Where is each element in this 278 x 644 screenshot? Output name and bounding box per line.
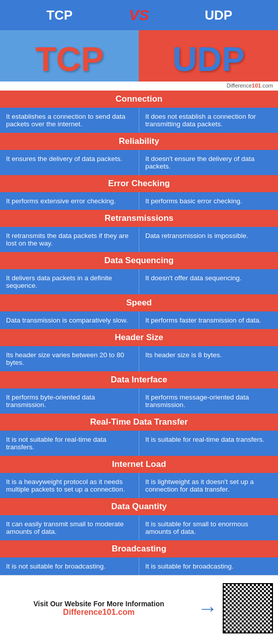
footer-domain-prefix: Difference: [63, 608, 102, 616]
section-header-10: Data Quantity: [0, 498, 278, 515]
col-left-7: It performs byte-oriented data transmiss…: [0, 388, 139, 414]
col-right-11: It is suitable for broadcasting.: [139, 557, 278, 575]
section-header-2: Error Checking: [0, 175, 278, 192]
section-header-1: Reliability: [0, 133, 278, 150]
col-right-5: It performs faster transmission of data.: [139, 311, 278, 329]
col-right-3: Data retransmission is impossible.: [139, 227, 278, 252]
header-tcp-label: TCP: [0, 8, 119, 23]
hero-tcp-title: TCP: [0, 39, 139, 78]
comparison-row-3: It retransmits the data packets if they …: [0, 227, 278, 252]
col-left-6: Its header size varies between 20 to 80 …: [0, 346, 139, 371]
hero-udp-title: UDP: [139, 39, 279, 78]
comparison-row-10: It can easily transmit small to moderate…: [0, 515, 278, 540]
footer-domain: Difference101.com: [5, 608, 193, 617]
section-header-3: Retransmissions: [0, 210, 278, 227]
col-left-2: It performs extensive error checking.: [0, 192, 139, 210]
comparison-row-6: Its header size varies between 20 to 80 …: [0, 346, 278, 371]
col-right-7: It performs message-oriented data transm…: [139, 388, 278, 414]
footer-text: Visit Our Website For More Information D…: [5, 600, 193, 617]
footer: Visit Our Website For More Information D…: [0, 575, 278, 640]
qr-code: [223, 583, 273, 633]
section-header-4: Data Sequencing: [0, 252, 278, 269]
col-right-2: It performs basic error checking.: [139, 192, 278, 210]
col-right-4: It doesn't offer data sequencing.: [139, 269, 278, 294]
col-right-1: It doesn't ensure the delivery of data p…: [139, 150, 278, 175]
section-header-7: Data Interface: [0, 371, 278, 388]
col-left-5: Data transmission is comparatively slow.: [0, 311, 139, 329]
section-header-9: Internet Load: [0, 456, 278, 473]
footer-domain-tld: .com: [116, 608, 134, 616]
comparison-row-8: It is not suitable for real-time data tr…: [0, 431, 278, 456]
footer-domain-suffix: 101: [103, 608, 116, 616]
col-left-0: It establishes a connection to send data…: [0, 108, 139, 133]
col-left-8: It is not suitable for real-time data tr…: [0, 431, 139, 456]
footer-arrow-icon: →: [193, 597, 223, 620]
col-right-9: It is lightweight as it doesn't set up a…: [139, 473, 278, 498]
section-header-0: Connection: [0, 91, 278, 108]
header-bar: TCP VS UDP: [0, 0, 278, 30]
comparison-row-9: It is a heavyweight protocol as it needs…: [0, 473, 278, 498]
col-left-9: It is a heavyweight protocol as it needs…: [0, 473, 139, 498]
comparison-row-0: It establishes a connection to send data…: [0, 108, 278, 133]
watermark: Difference101.com: [0, 82, 278, 91]
comparison-row-11: It is not suitable for broadcasting.It i…: [0, 557, 278, 575]
section-header-8: Real-Time Data Transfer: [0, 414, 278, 431]
col-right-10: It is suitable for small to enormous amo…: [139, 515, 278, 540]
section-header-5: Speed: [0, 294, 278, 311]
comparison-row-2: It performs extensive error checking.It …: [0, 192, 278, 210]
section-header-11: Broadcasting: [0, 540, 278, 557]
hero-section: TCP UDP Difference101.com: [0, 30, 278, 91]
comparison-container: ConnectionIt establishes a connection to…: [0, 91, 278, 575]
comparison-row-7: It performs byte-oriented data transmiss…: [0, 388, 278, 414]
col-right-0: It does not establish a connection for t…: [139, 108, 278, 133]
col-left-4: It delivers data packets in a definite s…: [0, 269, 139, 294]
col-right-6: Its header size is 8 bytes.: [139, 346, 278, 371]
footer-visit-text: Visit Our Website For More Information: [5, 600, 193, 608]
section-header-6: Header Size: [0, 329, 278, 346]
col-right-8: It is suitable for real-time data transf…: [139, 431, 278, 456]
col-left-3: It retransmits the data packets if they …: [0, 227, 139, 252]
col-left-1: It ensures the delivery of data packets.: [0, 150, 139, 175]
comparison-row-4: It delivers data packets in a definite s…: [0, 269, 278, 294]
header-vs-label: VS: [119, 7, 159, 24]
col-left-11: It is not suitable for broadcasting.: [0, 557, 139, 575]
col-left-10: It can easily transmit small to moderate…: [0, 515, 139, 540]
header-udp-label: UDP: [159, 8, 279, 23]
comparison-row-5: Data transmission is comparatively slow.…: [0, 311, 278, 329]
comparison-row-1: It ensures the delivery of data packets.…: [0, 150, 278, 175]
